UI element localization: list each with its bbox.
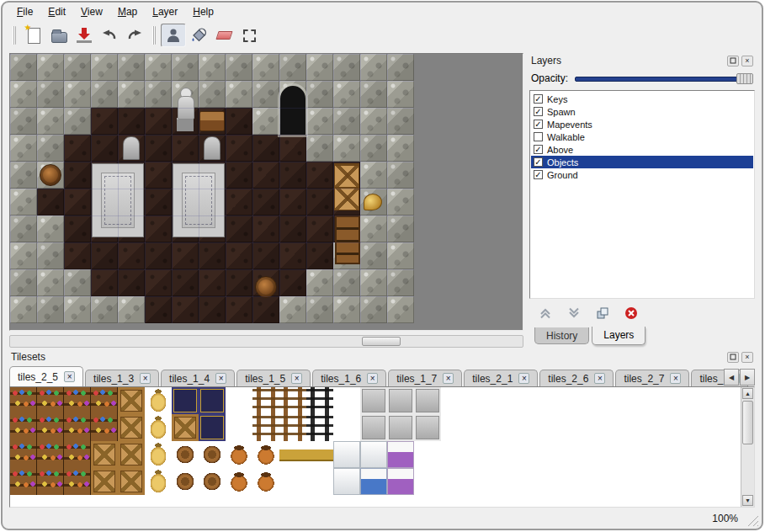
tileset-tile[interactable] [64,468,91,495]
tileset-tile[interactable] [279,468,306,495]
layer-visibility-checkbox[interactable] [534,132,543,141]
tileset-tab-tiles_1_7[interactable]: tiles_1_7× [388,370,462,386]
duplicate-layer-button[interactable] [595,306,610,321]
move-layer-up-button[interactable] [538,306,553,321]
layer-row-above[interactable]: ✓Above [531,143,753,156]
tileset-tile[interactable] [172,387,199,414]
redo-button[interactable] [122,24,147,47]
tileset-tile[interactable] [118,387,145,414]
stamp-tool-button[interactable] [161,24,186,47]
close-panel-button[interactable]: × [741,56,753,66]
layer-visibility-checkbox[interactable]: ✓ [534,120,543,129]
tileset-tile[interactable] [145,414,172,441]
tab-history[interactable]: History [534,327,589,344]
scroll-tabs-right-button[interactable]: ▶ [740,369,755,386]
tileset-vertical-scrollbar[interactable]: ▲ ▼ [741,387,754,507]
tileset-tile[interactable] [199,414,226,441]
open-file-button[interactable] [46,24,72,47]
tileset-tile[interactable] [226,468,252,495]
tileset-tile[interactable] [199,468,226,495]
tileset-tile[interactable] [118,441,145,468]
tileset-tile[interactable] [226,414,252,441]
tileset-tile[interactable] [252,387,279,414]
tileset-tile[interactable] [360,414,387,441]
tileset-tab-tiles_2_1[interactable]: tiles_2_1× [464,370,538,386]
map-horizontal-scrollbar[interactable] [9,335,523,348]
tileset-tile[interactable] [199,387,226,414]
layer-row-objects[interactable]: ✓Objects [531,156,753,168]
tileset-tile[interactable] [64,414,91,441]
tileset-tile[interactable] [91,387,118,414]
tileset-tile[interactable] [37,441,64,468]
tileset-tile[interactable] [387,468,414,495]
tileset-tile[interactable] [333,468,360,495]
tileset-tile[interactable] [226,441,252,468]
tileset-tile[interactable] [387,441,414,468]
tileset-tile[interactable] [10,441,37,468]
opacity-slider-thumb[interactable] [736,73,753,84]
tileset-tab-tiles_1_3[interactable]: tiles_1_3× [85,370,159,386]
tileset-tile[interactable] [360,441,387,468]
tileset-tile[interactable] [226,387,252,414]
tileset-tile[interactable] [10,387,37,414]
toolbar-drag-handle[interactable] [152,26,156,45]
scroll-tabs-left-button[interactable]: ◀ [724,369,739,386]
tileset-tile[interactable] [252,441,279,468]
tileset-tile[interactable] [279,414,306,441]
save-button[interactable] [72,24,97,47]
menu-file[interactable]: File [9,3,40,20]
menu-help[interactable]: Help [185,3,221,20]
eraser-tool-button[interactable] [211,24,236,47]
layer-visibility-checkbox[interactable]: ✓ [534,145,543,154]
layer-row-ground[interactable]: ✓Ground [531,168,753,181]
tab-layers[interactable]: Layers [592,327,645,345]
map-canvas[interactable] [9,53,523,331]
tileset-tile[interactable] [37,414,64,441]
tileset-tab-tiles_1_5[interactable]: tiles_1_5× [236,370,311,386]
tileset-tile[interactable] [414,441,441,468]
move-layer-down-button[interactable] [566,306,582,321]
tileset-tile[interactable] [333,387,360,414]
tileset-grid[interactable] [10,387,441,495]
tileset-tile[interactable] [414,468,441,495]
tileset-tile[interactable] [306,468,333,495]
menu-map[interactable]: Map [110,3,145,20]
tileset-tile[interactable] [37,468,64,495]
float-panel-button[interactable] [727,352,739,363]
close-tab-icon[interactable]: × [443,373,454,384]
close-tab-icon[interactable]: × [670,373,681,384]
tileset-tile[interactable] [64,441,91,468]
tileset-tile[interactable] [279,441,306,468]
vertical-scrollbar-thumb[interactable] [742,401,753,444]
tileset-tile[interactable] [64,387,91,414]
layer-row-spawn[interactable]: ✓Spawn [531,105,753,118]
undo-button[interactable] [97,24,122,47]
tileset-tile[interactable] [333,414,360,441]
tileset-tile[interactable] [306,387,333,414]
opacity-slider[interactable] [575,72,753,84]
tileset-tile[interactable] [252,468,279,495]
tileset-tile[interactable] [145,441,172,468]
close-tab-icon[interactable]: × [140,373,151,384]
tileset-tile[interactable] [252,414,279,441]
tileset-tile[interactable] [172,441,199,468]
delete-layer-button[interactable] [624,306,639,321]
tileset-tile[interactable] [91,468,118,495]
tileset-tab-tiles_2_6[interactable]: tiles_2_6× [539,370,614,386]
layer-row-keys[interactable]: ✓Keys [531,93,753,105]
resize-grip[interactable] [746,514,758,526]
tileset-tile[interactable] [199,441,226,468]
tileset-tile[interactable] [387,414,414,441]
layer-row-walkable[interactable]: Walkable [531,130,753,143]
layer-visibility-checkbox[interactable]: ✓ [534,170,543,179]
tileset-tile[interactable] [387,387,414,414]
horizontal-scrollbar-thumb[interactable] [362,337,401,346]
menu-layer[interactable]: Layer [145,3,185,20]
select-tool-button[interactable] [236,24,262,47]
tileset-tile[interactable] [360,468,387,495]
close-panel-button[interactable]: × [741,352,753,363]
tileset-tile[interactable] [118,468,145,495]
tileset-tile[interactable] [10,414,37,441]
scroll-up-button[interactable]: ▲ [742,388,753,399]
tileset-tile[interactable] [145,468,172,495]
